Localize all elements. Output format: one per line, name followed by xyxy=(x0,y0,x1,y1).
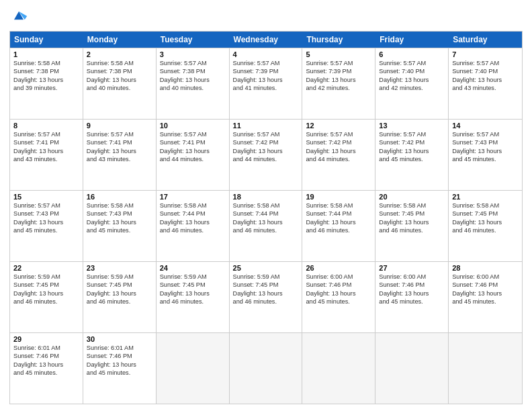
day-info: Sunrise: 5:59 AMSunset: 7:45 PMDaylight:… xyxy=(160,273,226,306)
day-number: 2 xyxy=(87,50,152,58)
header-day-friday: Friday xyxy=(375,32,449,48)
day-info: Sunrise: 5:57 AMSunset: 7:43 PMDaylight:… xyxy=(13,201,79,235)
day-info: Sunrise: 5:57 AMSunset: 7:43 PMDaylight:… xyxy=(452,130,519,164)
day-number: 20 xyxy=(379,193,445,201)
day-info: Sunrise: 5:58 AMSunset: 7:45 PMDaylight:… xyxy=(379,201,445,235)
day-number: 19 xyxy=(306,193,371,201)
calendar-empty xyxy=(302,333,375,404)
calendar-week-4: 22Sunrise: 5:59 AMSunset: 7:45 PMDayligh… xyxy=(10,261,522,332)
calendar-day-30: 30Sunrise: 6:01 AMSunset: 7:46 PMDayligh… xyxy=(83,333,157,404)
calendar-day-9: 9Sunrise: 5:57 AMSunset: 7:41 PMDaylight… xyxy=(83,120,157,190)
day-info: Sunrise: 5:57 AMSunset: 7:42 PMDaylight:… xyxy=(306,130,371,164)
calendar-day-1: 1Sunrise: 5:58 AMSunset: 7:38 PMDaylight… xyxy=(10,48,83,119)
day-info: Sunrise: 5:57 AMSunset: 7:41 PMDaylight:… xyxy=(160,130,226,164)
calendar-week-3: 15Sunrise: 5:57 AMSunset: 7:43 PMDayligh… xyxy=(10,190,522,261)
calendar-day-5: 5Sunrise: 5:57 AMSunset: 7:39 PMDaylight… xyxy=(302,48,375,119)
day-info: Sunrise: 5:58 AMSunset: 7:43 PMDaylight:… xyxy=(87,201,152,235)
day-number: 17 xyxy=(160,193,226,201)
day-number: 8 xyxy=(13,122,79,130)
header-day-thursday: Thursday xyxy=(302,32,375,48)
day-info: Sunrise: 5:58 AMSunset: 7:44 PMDaylight:… xyxy=(306,201,371,235)
calendar-week-2: 8Sunrise: 5:57 AMSunset: 7:41 PMDaylight… xyxy=(10,119,522,190)
calendar-empty xyxy=(157,333,230,404)
day-number: 22 xyxy=(13,264,79,272)
calendar-day-25: 25Sunrise: 5:59 AMSunset: 7:45 PMDayligh… xyxy=(230,262,303,332)
day-number: 15 xyxy=(13,193,79,201)
day-number: 3 xyxy=(160,50,226,58)
calendar-body: 1Sunrise: 5:58 AMSunset: 7:38 PMDaylight… xyxy=(10,48,522,404)
calendar-day-14: 14Sunrise: 5:57 AMSunset: 7:43 PMDayligh… xyxy=(449,120,522,190)
day-info: Sunrise: 5:58 AMSunset: 7:38 PMDaylight:… xyxy=(13,59,79,93)
page: SundayMondayTuesdayWednesdayThursdayFrid… xyxy=(0,0,532,411)
day-info: Sunrise: 5:57 AMSunset: 7:41 PMDaylight:… xyxy=(13,130,79,164)
calendar-day-23: 23Sunrise: 5:59 AMSunset: 7:45 PMDayligh… xyxy=(83,262,157,332)
header xyxy=(9,7,523,26)
calendar-day-15: 15Sunrise: 5:57 AMSunset: 7:43 PMDayligh… xyxy=(10,191,83,261)
calendar-day-8: 8Sunrise: 5:57 AMSunset: 7:41 PMDaylight… xyxy=(10,120,83,190)
day-number: 9 xyxy=(87,122,152,130)
calendar-header: SundayMondayTuesdayWednesdayThursdayFrid… xyxy=(10,32,522,48)
day-info: Sunrise: 5:57 AMSunset: 7:39 PMDaylight:… xyxy=(306,59,371,93)
calendar: SundayMondayTuesdayWednesdayThursdayFrid… xyxy=(9,31,523,404)
day-number: 28 xyxy=(452,264,519,272)
calendar-day-10: 10Sunrise: 5:57 AMSunset: 7:41 PMDayligh… xyxy=(157,120,230,190)
day-number: 21 xyxy=(452,193,519,201)
header-day-saturday: Saturday xyxy=(449,32,522,48)
day-info: Sunrise: 5:58 AMSunset: 7:44 PMDaylight:… xyxy=(160,201,226,235)
calendar-day-11: 11Sunrise: 5:57 AMSunset: 7:42 PMDayligh… xyxy=(230,120,303,190)
day-number: 14 xyxy=(452,122,519,130)
header-day-wednesday: Wednesday xyxy=(230,32,303,48)
day-number: 18 xyxy=(233,193,299,201)
day-number: 10 xyxy=(160,122,226,130)
day-info: Sunrise: 5:57 AMSunset: 7:38 PMDaylight:… xyxy=(160,59,226,93)
day-number: 25 xyxy=(233,264,299,272)
day-number: 26 xyxy=(306,264,371,272)
calendar-day-4: 4Sunrise: 5:57 AMSunset: 7:39 PMDaylight… xyxy=(230,48,303,119)
calendar-day-26: 26Sunrise: 6:00 AMSunset: 7:46 PMDayligh… xyxy=(302,262,375,332)
day-info: Sunrise: 6:01 AMSunset: 7:46 PMDaylight:… xyxy=(13,344,79,377)
day-info: Sunrise: 5:59 AMSunset: 7:45 PMDaylight:… xyxy=(233,273,299,306)
day-number: 24 xyxy=(160,264,226,272)
day-number: 23 xyxy=(87,264,152,272)
day-number: 11 xyxy=(233,122,299,130)
calendar-day-2: 2Sunrise: 5:58 AMSunset: 7:38 PMDaylight… xyxy=(83,48,157,119)
day-number: 27 xyxy=(379,264,445,272)
day-number: 13 xyxy=(379,122,445,130)
day-info: Sunrise: 5:59 AMSunset: 7:45 PMDaylight:… xyxy=(87,273,152,306)
header-day-monday: Monday xyxy=(83,32,157,48)
day-info: Sunrise: 5:57 AMSunset: 7:42 PMDaylight:… xyxy=(379,130,445,164)
day-info: Sunrise: 5:57 AMSunset: 7:40 PMDaylight:… xyxy=(379,59,445,93)
calendar-week-5: 29Sunrise: 6:01 AMSunset: 7:46 PMDayligh… xyxy=(10,332,522,404)
calendar-day-6: 6Sunrise: 5:57 AMSunset: 7:40 PMDaylight… xyxy=(375,48,449,119)
calendar-day-28: 28Sunrise: 6:00 AMSunset: 7:46 PMDayligh… xyxy=(449,262,522,332)
day-number: 7 xyxy=(452,50,519,58)
calendar-day-22: 22Sunrise: 5:59 AMSunset: 7:45 PMDayligh… xyxy=(10,262,83,332)
calendar-day-16: 16Sunrise: 5:58 AMSunset: 7:43 PMDayligh… xyxy=(83,191,157,261)
calendar-empty xyxy=(375,333,449,404)
logo-icon xyxy=(9,7,28,26)
header-day-sunday: Sunday xyxy=(10,32,83,48)
calendar-day-24: 24Sunrise: 5:59 AMSunset: 7:45 PMDayligh… xyxy=(157,262,230,332)
calendar-empty xyxy=(449,333,522,404)
day-number: 12 xyxy=(306,122,371,130)
logo xyxy=(9,7,31,26)
calendar-empty xyxy=(230,333,303,404)
day-info: Sunrise: 5:57 AMSunset: 7:42 PMDaylight:… xyxy=(233,130,299,164)
day-number: 5 xyxy=(306,50,371,58)
day-info: Sunrise: 5:58 AMSunset: 7:45 PMDaylight:… xyxy=(452,201,519,235)
day-number: 4 xyxy=(233,50,299,58)
calendar-day-27: 27Sunrise: 6:00 AMSunset: 7:46 PMDayligh… xyxy=(375,262,449,332)
calendar-day-29: 29Sunrise: 6:01 AMSunset: 7:46 PMDayligh… xyxy=(10,333,83,404)
day-info: Sunrise: 5:58 AMSunset: 7:38 PMDaylight:… xyxy=(87,59,152,93)
day-info: Sunrise: 5:59 AMSunset: 7:45 PMDaylight:… xyxy=(13,273,79,306)
calendar-day-19: 19Sunrise: 5:58 AMSunset: 7:44 PMDayligh… xyxy=(302,191,375,261)
day-number: 29 xyxy=(13,335,79,343)
day-info: Sunrise: 6:00 AMSunset: 7:46 PMDaylight:… xyxy=(306,273,371,306)
day-info: Sunrise: 5:57 AMSunset: 7:40 PMDaylight:… xyxy=(452,59,519,93)
day-info: Sunrise: 5:57 AMSunset: 7:39 PMDaylight:… xyxy=(233,59,299,93)
calendar-day-21: 21Sunrise: 5:58 AMSunset: 7:45 PMDayligh… xyxy=(449,191,522,261)
day-info: Sunrise: 6:00 AMSunset: 7:46 PMDaylight:… xyxy=(379,273,445,306)
calendar-day-7: 7Sunrise: 5:57 AMSunset: 7:40 PMDaylight… xyxy=(449,48,522,119)
calendar-day-17: 17Sunrise: 5:58 AMSunset: 7:44 PMDayligh… xyxy=(157,191,230,261)
header-day-tuesday: Tuesday xyxy=(157,32,230,48)
